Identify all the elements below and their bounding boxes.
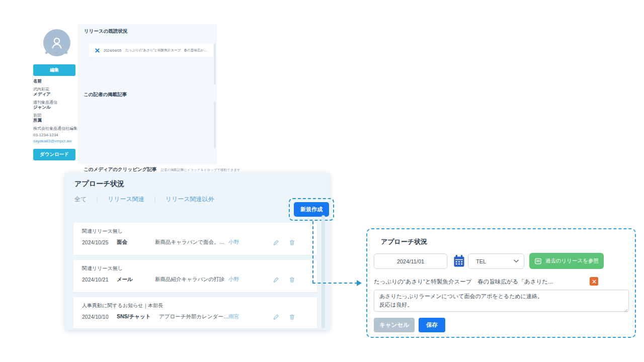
contact-method-select[interactable]: TEL [468,253,524,269]
filter-tab-all[interactable]: 全て [74,195,87,204]
page: ★ ★ ★ 編集 名前 武内彩花 メディア 週刊食品通信 ジャンル 新聞 所属 … [0,0,644,362]
cancel-button[interactable]: キャンセル [374,318,415,332]
approach-desc: 新商品紹介キャラバンの打診 [155,276,228,283]
clipping-title: このメディアのクリッピング記事 [84,166,156,173]
textarea-resize-handle[interactable] [624,306,628,315]
chevron-down-icon [514,259,519,263]
clipping-note: 記者の掲載記事にドラッグ＆ドロップで移動できます [160,168,240,172]
approach-type: 面会 [117,239,155,246]
approach-person-link[interactable]: 小野 [228,239,259,246]
field-label: メディア [33,92,57,98]
approach-row[interactable]: 人事異動に関するお知らせ｜本部長 2024/10/10 SNS/チャット アプロ… [73,297,317,328]
clipping-articles-header: このメディアのクリッピング記事 記者の掲載記事にドラッグ＆ドロップで移動できます [84,166,240,173]
reference-past-release-button[interactable]: 過去のリリースを参照 [529,253,604,269]
approach-type: メール [117,276,155,283]
approach-list-scrollbar[interactable] [321,215,325,328]
approach-filter-tabs: 全て ｜ リリース関連 ｜ リリース関連以外 [74,195,214,204]
profile-field-affiliation: 所属 株式会社食品通信社編集部 03-1234-1234 sayaka83@vm… [33,118,82,143]
filter-divider: ｜ [152,195,158,204]
download-button[interactable]: ダウンロード [33,149,75,160]
scrollbar[interactable] [214,102,216,148]
delete-trash-icon[interactable] [289,277,295,283]
document-list-icon [534,257,542,265]
reporter-articles-title: この記者の掲載記事 [84,92,127,98]
approach-row[interactable]: 関連リリース無し 2024/10/21 メール 新商品紹介キャラバンの打診 小野 [73,260,317,292]
profile-field-genre: ジャンル 新聞 [33,105,51,118]
edit-pencil-icon[interactable] [273,277,279,283]
related-release-label: 関連リリース無し [82,265,308,272]
filter-divider: ｜ [94,195,100,204]
memo-textarea[interactable]: あさりたっぷりラーメンについて面会のアポをとるために連絡。 反応は良好。 [374,290,629,312]
profile-field-name: 名前 武内彩花 [33,78,49,92]
annotation-arrow-head [357,280,362,286]
annotation-arrow-vertical [312,221,313,283]
approach-person-link[interactable]: 雨宮 [228,313,259,320]
release-date: 2024/04/05 [104,49,121,52]
edit-pencil-icon[interactable] [273,314,279,320]
annotation-arrow-horizontal [312,283,358,284]
approach-date: 2024/10/10 [82,314,117,320]
approach-date: 2024/10/21 [82,277,117,283]
approach-date: 2024/10/25 [82,239,117,245]
phone-number: 03-1234-1234 [33,133,82,137]
x-mark-icon [95,48,100,53]
selected-release-title: たっぷりの“あさり”と特製魚介スープ 春の旨味広がる「あさりた… [374,278,585,286]
remove-release-x-icon[interactable] [590,277,598,286]
delete-trash-icon[interactable] [289,314,295,320]
approach-status-title: アプローチ状況 [74,179,124,189]
read-status-title: リリースの既読状況 [84,28,127,35]
new-approach-button[interactable]: 新規作成 [294,202,329,217]
profile-field-media: メディア 週刊食品通信 [33,92,57,105]
field-label: 所属 [33,118,82,124]
approach-desc: 新商品キャラバンで面会。… [155,239,228,246]
email-link[interactable]: sayaka83@vmpcr.aw [33,139,82,143]
delete-trash-icon[interactable] [289,239,295,246]
star-rating[interactable]: ★ ★ ★ [39,50,75,55]
field-label: 名前 [33,78,49,84]
calendar-icon[interactable] [451,253,466,269]
save-button[interactable]: 保存 [419,318,445,332]
edit-pencil-icon[interactable] [273,239,279,246]
related-release-label: 人事異動に関するお知らせ｜本部長 [82,302,308,309]
approach-row[interactable]: 関連リリース無し 2024/10/25 面会 新商品キャラバンで面会。… 小野 [73,223,317,255]
field-value: 株式会社食品通信社編集部 [33,126,82,131]
related-release-label: 関連リリース無し [82,228,308,235]
date-input[interactable] [374,253,447,269]
scrollbar[interactable] [214,43,216,84]
read-status-row[interactable]: 2024/04/05 たっぷりの“あさり”と特製魚介スープ 春の旨味広がる「あさ… [89,43,213,57]
reference-button-label: 過去のリリースを参照 [545,257,599,264]
contact-method-value: TEL [476,258,486,264]
field-label: ジャンル [33,105,51,111]
filter-tab-release-related[interactable]: リリース関連 [108,195,144,204]
person-icon [49,35,64,50]
approach-type: SNS/チャット [117,313,159,320]
release-title: たっぷりの“あさり”と特製魚介スープ 春の旨味広がる「あさりたっ… [125,48,209,53]
approach-desc: アプローチ外部カレンダー… [159,313,228,320]
edit-button[interactable]: 編集 [33,64,75,76]
filter-tab-non-release[interactable]: リリース関連以外 [166,195,214,204]
popup-title: アプローチ状況 [381,237,427,246]
approach-person-link[interactable]: 小野 [228,276,259,283]
